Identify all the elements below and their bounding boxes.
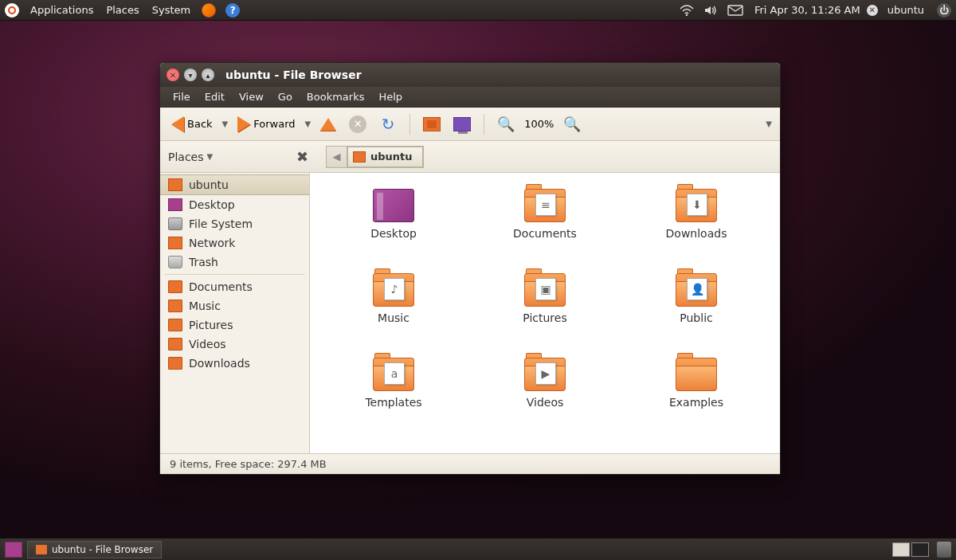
toolbar-separator (409, 114, 410, 135)
folder-videos[interactable]: ▶ Videos (471, 358, 619, 437)
trash-icon (168, 256, 182, 268)
firefox-launcher-icon[interactable] (202, 3, 216, 18)
file-label: Downloads (666, 227, 727, 240)
folder-templates[interactable]: a Templates (319, 358, 468, 437)
menu-view[interactable]: View (233, 89, 270, 104)
file-area[interactable]: Desktop ≡ Documents ⬇ Downloads ♪ Music … (310, 173, 780, 453)
sidebar-item-label: Videos (189, 338, 226, 350)
up-button[interactable] (317, 116, 339, 132)
chevron-down-icon: ▼ (207, 152, 214, 161)
sidebar-item-label: ubuntu (189, 178, 229, 191)
power-icon[interactable]: ⏻ (937, 3, 951, 18)
help-launcher-icon[interactable]: ? (225, 3, 240, 18)
folder-icon: 👤 (676, 273, 717, 307)
network-indicator-icon[interactable] (680, 5, 694, 16)
trash-applet-icon[interactable] (937, 542, 951, 558)
window-maximize-button[interactable]: ▴ (202, 69, 214, 81)
arrow-up-icon (320, 118, 336, 131)
folder-icon: ♪ (373, 273, 414, 307)
back-button[interactable]: Back (168, 115, 216, 134)
volume-indicator-icon[interactable] (703, 5, 718, 16)
folder-desktop[interactable]: Desktop (319, 189, 468, 268)
ubuntu-logo-icon[interactable] (5, 3, 19, 18)
sidebar-bookmark-downloads[interactable]: Downloads (160, 354, 309, 373)
menu-file[interactable]: File (167, 89, 197, 104)
sidebar-item-file-system[interactable]: File System (160, 214, 309, 233)
sidebar-item-network[interactable]: Network (160, 233, 309, 253)
menubar: File Edit View Go Bookmarks Help (160, 87, 780, 108)
places-label: Places (168, 151, 204, 163)
zoom-out-icon: 🔍 (497, 116, 515, 132)
sidebar-item-label: Desktop (189, 198, 235, 211)
window-minimize-button[interactable]: ▾ (184, 69, 197, 81)
menu-system[interactable]: System (146, 4, 197, 16)
zoom-level: 100% (524, 118, 554, 130)
sidebar-item-label: Music (189, 300, 221, 312)
workspace-2[interactable] (911, 542, 929, 557)
back-history-dropdown[interactable]: ▼ (222, 119, 229, 128)
arrow-right-icon (237, 116, 250, 132)
sidebar-close-button[interactable]: ✖ (296, 148, 308, 165)
zoom-out-button[interactable]: 🔍 (494, 114, 518, 134)
sidebar-item-label: Documents (189, 280, 253, 293)
sidebar-bookmark-music[interactable]: Music (160, 296, 309, 315)
sidebar-separator (165, 274, 304, 275)
reload-button[interactable]: ↻ (376, 114, 400, 135)
sidebar-item-label: Downloads (189, 357, 250, 370)
forward-button[interactable]: Forward (234, 115, 298, 134)
clock[interactable]: Fri Apr 30, 11:26 AM (748, 4, 867, 16)
menu-help[interactable]: Help (372, 89, 409, 104)
menu-places[interactable]: Places (100, 4, 145, 16)
svg-rect-1 (728, 6, 742, 15)
path-segment-label: ubuntu (370, 151, 413, 163)
window-close-button[interactable]: ✕ (167, 69, 179, 81)
folder-examples[interactable]: Examples (622, 358, 770, 437)
user-menu[interactable]: ubuntu (881, 4, 931, 16)
folder-documents[interactable]: ≡ Documents (471, 189, 619, 268)
path-back-button[interactable]: ◀ (327, 147, 347, 167)
menu-bookmarks[interactable]: Bookmarks (300, 89, 371, 104)
computer-button[interactable] (450, 116, 474, 133)
path-segment-home[interactable]: ubuntu (347, 147, 423, 167)
reload-icon: ↻ (379, 116, 397, 133)
folder-icon (168, 357, 182, 370)
view-mode-dropdown[interactable]: ▼ (766, 119, 772, 128)
session-indicator-icon[interactable]: ✕ (867, 5, 878, 16)
menu-applications[interactable]: Applications (24, 4, 100, 16)
sidebar-bookmark-pictures[interactable]: Pictures (160, 315, 309, 335)
stop-button[interactable]: ✕ (346, 114, 370, 135)
places-selector[interactable]: Places ▼ (168, 151, 213, 163)
sidebar-item-ubuntu[interactable]: ubuntu (160, 174, 309, 195)
file-label: Documents (513, 227, 577, 240)
window-title: ubuntu - File Browser (225, 69, 362, 81)
home-button[interactable] (420, 116, 444, 133)
menu-go[interactable]: Go (272, 89, 299, 104)
folder-music[interactable]: ♪ Music (319, 273, 468, 353)
folder-icon (676, 358, 717, 391)
sidebar-item-label: Trash (189, 256, 218, 268)
folder-icon (168, 300, 182, 312)
taskbar-item-file-browser[interactable]: ubuntu - File Browser (27, 541, 162, 558)
folder-public[interactable]: 👤 Public (622, 273, 770, 353)
titlebar[interactable]: ✕ ▾ ▴ ubuntu - File Browser (160, 63, 780, 87)
sidebar-item-desktop[interactable]: Desktop (160, 195, 309, 214)
forward-history-dropdown[interactable]: ▼ (305, 119, 311, 128)
toolbar: Back ▼ Forward ▼ ✕ ↻ 🔍 100% 🔍 ▼ (160, 108, 780, 141)
workspace-1[interactable] (892, 542, 910, 557)
taskbar-item-label: ubuntu - File Browser (52, 544, 153, 555)
back-label: Back (187, 118, 213, 130)
folder-downloads[interactable]: ⬇ Downloads (622, 189, 770, 268)
sidebar-bookmark-documents[interactable]: Documents (160, 277, 309, 296)
desktop-folder-icon (373, 189, 414, 222)
window-body: ubuntuDesktopFile SystemNetworkTrashDocu… (160, 173, 780, 453)
show-desktop-button[interactable] (5, 542, 22, 558)
folder-pictures[interactable]: ▣ Pictures (471, 273, 619, 353)
menu-edit[interactable]: Edit (198, 89, 231, 104)
sidebar-bookmark-videos[interactable]: Videos (160, 335, 309, 354)
sidebar-item-trash[interactable]: Trash (160, 253, 309, 272)
home-icon (168, 178, 182, 191)
zoom-in-button[interactable]: 🔍 (560, 114, 584, 134)
sidebar-item-label: Network (189, 237, 235, 249)
mail-indicator-icon[interactable] (727, 5, 743, 16)
file-label: Music (378, 311, 409, 324)
